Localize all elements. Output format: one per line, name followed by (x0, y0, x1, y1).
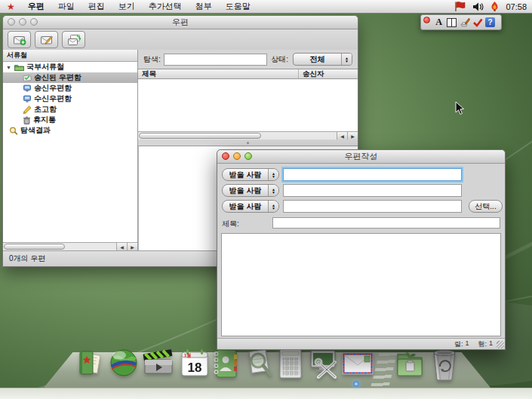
file-search-icon (243, 347, 275, 380)
recipient-input-3[interactable] (283, 200, 462, 213)
dock: 1월 18 (0, 347, 532, 386)
column-subject[interactable]: 제목 (138, 69, 299, 78)
trash-icon (23, 116, 31, 124)
edit-mail-icon (40, 35, 54, 45)
recipient-type-dropdown-3[interactable]: 받을 사람 ▲▼ (222, 200, 279, 213)
stepper-icon: ▲▼ (268, 169, 278, 180)
svg-text:18: 18 (188, 361, 202, 375)
menu-mail[interactable]: 우편 (21, 0, 51, 13)
compose-titlebar[interactable]: 우편작성 (217, 150, 505, 164)
dock-item-address-book[interactable] (211, 347, 241, 382)
pane-splitter[interactable] (138, 140, 358, 146)
message-list-header: 제목 송신자 (138, 69, 358, 79)
message-body-textarea[interactable] (221, 233, 501, 336)
system-tools-icon (308, 347, 341, 380)
close-button[interactable] (8, 18, 15, 26)
outbox-icon (23, 84, 32, 92)
sidebar-item-label: 휴지통 (33, 115, 56, 125)
menu-view[interactable]: 보기 (112, 0, 142, 13)
media-player-clapper-icon (141, 347, 176, 380)
torch-icon[interactable] (490, 2, 499, 11)
zoom-button[interactable] (30, 18, 38, 26)
mail-window-title: 우편 (172, 17, 189, 28)
ink-pen-button[interactable] (458, 17, 471, 28)
status-filter-dropdown[interactable]: 전체 ▲▼ (293, 53, 352, 66)
sidebar-item-drafts[interactable]: 초고함 (3, 104, 137, 115)
dock-item-calculator[interactable] (276, 347, 306, 382)
dock-item-calendar[interactable]: 1월 18 (180, 347, 210, 382)
scroll-right-icon[interactable]: ▶ (127, 243, 137, 250)
close-button[interactable] (222, 152, 229, 160)
sidebar-item-local-folders[interactable]: ▼ 국부서류철 (3, 62, 137, 72)
dock-item-media-player[interactable] (141, 347, 171, 382)
magnifier-icon (9, 127, 18, 135)
sidebar-header: 서류철 (3, 50, 137, 62)
sidebar-item-search-results[interactable]: 탐색결과 (3, 125, 137, 136)
sidebar-item-inbox[interactable]: 수신우편함 (3, 94, 137, 104)
documents-book-icon (75, 347, 106, 380)
dock-item-trash[interactable] (428, 347, 461, 382)
zoom-button[interactable] (244, 152, 252, 160)
mail-toolbar (3, 29, 358, 51)
column-sender[interactable]: 송신자 (299, 69, 358, 78)
clock[interactable]: 07:58 (506, 2, 527, 11)
menu-help[interactable]: 도움말 (219, 0, 257, 13)
minimize-button[interactable] (19, 18, 26, 26)
sidebar-item-label: 초고함 (34, 104, 57, 115)
menu-attach[interactable]: 첨부 (189, 0, 219, 13)
list-horizontal-scrollbar[interactable]: ◀ ▶ (138, 131, 358, 140)
stepper-icon: ▲▼ (268, 185, 278, 196)
sidebar-item-trash[interactable]: 휴지통 (3, 115, 137, 125)
dock-item-browser[interactable] (108, 347, 138, 382)
subject-input[interactable] (272, 217, 500, 229)
recipient-type-dropdown-1[interactable]: 받을 사람 ▲▼ (222, 168, 279, 181)
close-icon[interactable] (423, 17, 430, 23)
chevron-down-icon[interactable]: ▼ (6, 65, 12, 70)
scroll-left-icon[interactable]: ◀ (116, 243, 127, 250)
sidebar-item-label: 수신우편함 (34, 94, 72, 104)
sidebar-item-label: 송신우편함 (34, 83, 72, 94)
select-address-button[interactable]: 선택... (469, 200, 503, 213)
sidebar-item-sent-mailbox[interactable]: 송신된 우편함 (3, 72, 137, 83)
search-input[interactable] (164, 54, 267, 66)
recipient-type-dropdown-2[interactable]: 받을 사람 ▲▼ (222, 184, 279, 197)
volume-icon[interactable] (472, 2, 484, 11)
sidebar-horizontal-scrollbar[interactable]: ◀ ▶ (3, 242, 137, 250)
compose-window-title: 우편작성 (345, 151, 378, 162)
scrollbar-thumb[interactable] (139, 133, 261, 139)
folder-sidebar: 서류철 ▼ 국부서류철 (3, 50, 138, 250)
message-list-body[interactable] (138, 79, 358, 132)
minimize-button[interactable] (233, 152, 241, 160)
format-palette[interactable]: A ? (420, 14, 502, 30)
letter-a-button[interactable]: A (432, 17, 445, 28)
dock-item-mail[interactable] (340, 347, 375, 382)
help-button[interactable]: ? (484, 17, 497, 28)
scrollbar-thumb[interactable] (4, 244, 65, 250)
sidebar-item-outbox[interactable]: 송신우편함 (3, 83, 137, 94)
send-receive-button[interactable] (62, 31, 85, 48)
dock-front-edge (0, 388, 532, 399)
send-receive-icon (67, 34, 81, 45)
menu-file[interactable]: 파일 (51, 0, 81, 13)
resize-grip[interactable] (497, 341, 504, 348)
scroll-left-icon[interactable]: ◀ (337, 132, 347, 140)
column-position-value: 1 (465, 339, 469, 349)
dock-item-system-tools[interactable] (308, 347, 338, 382)
recipient-input-2[interactable] (283, 184, 462, 197)
red-star-menu-icon[interactable]: ★ (7, 2, 15, 11)
menu-edit[interactable]: 편집 (81, 0, 112, 13)
compose-edit-button[interactable] (35, 31, 58, 48)
columns-button[interactable] (445, 17, 458, 28)
dock-item-applications[interactable] (395, 347, 425, 382)
flag-icon[interactable] (454, 2, 466, 11)
sidebar-item-label: 탐색결과 (20, 125, 51, 136)
check-button[interactable] (471, 17, 484, 28)
dock-item-file-search[interactable] (243, 347, 273, 382)
compose-new-button[interactable] (8, 31, 31, 48)
calculator-icon (276, 347, 305, 380)
mail-window-titlebar[interactable]: 우편 (3, 16, 358, 29)
recipient-input-1[interactable] (283, 168, 462, 181)
dock-item-documents[interactable] (75, 347, 106, 382)
menu-options[interactable]: 추가선택 (142, 0, 189, 13)
scroll-right-icon[interactable]: ▶ (347, 132, 358, 140)
